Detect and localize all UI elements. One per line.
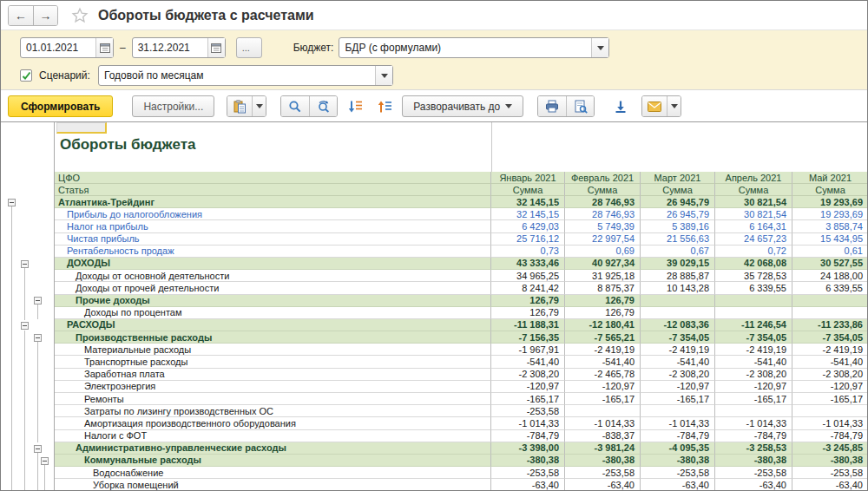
value-cell[interactable]: 32 145,15 xyxy=(491,196,565,208)
collapse-expander[interactable] xyxy=(41,457,49,465)
header-cell-article[interactable]: Статья xyxy=(55,184,491,196)
value-cell[interactable] xyxy=(715,307,792,319)
collapse-expander[interactable] xyxy=(8,199,16,206)
value-cell[interactable]: -7 354,05 xyxy=(792,331,868,344)
value-cell[interactable]: 28 746,93 xyxy=(565,196,641,208)
value-cell[interactable]: 35 728,53 xyxy=(715,270,792,282)
row-label[interactable]: Материальные расходы xyxy=(55,344,491,356)
value-cell[interactable]: -541,40 xyxy=(491,356,565,368)
budget-select[interactable]: БДР (с формулами) xyxy=(339,37,609,58)
row-label[interactable]: Доходы по процентам xyxy=(55,307,491,319)
header-cell-sum[interactable]: Сумма xyxy=(491,184,565,196)
value-cell[interactable]: 30 527,55 xyxy=(792,258,868,270)
value-cell[interactable]: -380,38 xyxy=(491,455,565,467)
row-label[interactable]: Рентабельность продаж xyxy=(55,245,491,258)
value-cell[interactable] xyxy=(792,405,868,417)
value-cell[interactable] xyxy=(792,295,868,307)
value-cell[interactable]: -784,79 xyxy=(715,430,792,442)
value-cell[interactable]: -380,38 xyxy=(641,455,715,467)
value-cell[interactable]: 126,79 xyxy=(491,307,565,319)
scenario-select[interactable]: Годовой по месяцам xyxy=(98,65,393,86)
value-cell[interactable]: 126,79 xyxy=(565,295,641,307)
value-cell[interactable]: -11 246,54 xyxy=(715,319,792,331)
header-cell-cfo[interactable]: ЦФО xyxy=(55,172,491,184)
value-cell[interactable]: 26 945,79 xyxy=(641,208,715,220)
value-cell[interactable]: -3 245,85 xyxy=(792,442,868,455)
value-cell[interactable]: -63,40 xyxy=(792,479,868,491)
value-cell[interactable]: 21 556,63 xyxy=(641,233,715,245)
value-cell[interactable]: -2 308,20 xyxy=(715,369,792,381)
scenario-value[interactable]: Годовой по месяцам xyxy=(99,69,375,82)
copy-dropdown-button[interactable] xyxy=(252,96,266,116)
value-cell[interactable]: -253,58 xyxy=(792,467,868,479)
row-label[interactable]: Атлантика-Трейдинг xyxy=(55,196,491,208)
row-label[interactable]: Транспортные расходы xyxy=(55,356,491,368)
collapse-groups-button[interactable] xyxy=(372,95,397,117)
value-cell[interactable]: -380,38 xyxy=(792,455,868,467)
value-cell[interactable]: -253,58 xyxy=(715,467,792,479)
collapse-expander[interactable] xyxy=(34,445,42,453)
value-cell[interactable]: 10 143,28 xyxy=(641,282,715,294)
value-cell[interactable]: -7 156,35 xyxy=(491,331,565,344)
value-cell[interactable]: 0,67 xyxy=(641,245,715,258)
mail-dropdown-button[interactable] xyxy=(667,96,681,116)
header-cell-sum[interactable]: Сумма xyxy=(715,184,792,196)
value-cell[interactable]: 8 241,42 xyxy=(491,282,565,294)
row-label[interactable]: Ремонты xyxy=(55,393,491,405)
period-more-button[interactable]: ... xyxy=(236,37,262,58)
value-cell[interactable]: -253,58 xyxy=(491,405,565,417)
value-cell[interactable]: -11 188,31 xyxy=(491,319,565,331)
value-cell[interactable]: 28 746,93 xyxy=(565,208,641,220)
value-cell[interactable]: -2 419,19 xyxy=(715,344,792,356)
value-cell[interactable] xyxy=(641,295,715,307)
header-cell-month[interactable]: Март 2021 xyxy=(641,172,715,184)
value-cell[interactable]: 5 389,16 xyxy=(641,220,715,232)
value-cell[interactable]: -541,40 xyxy=(715,356,792,368)
value-cell[interactable]: 15 434,95 xyxy=(792,233,868,245)
date-from-picker-button[interactable] xyxy=(95,38,113,57)
value-cell[interactable]: -165,17 xyxy=(491,393,565,405)
value-cell[interactable]: -120,97 xyxy=(715,381,792,393)
value-cell[interactable]: -253,58 xyxy=(491,467,565,479)
row-label[interactable]: Налоги с ФОТ xyxy=(55,430,491,442)
expand-to-button[interactable]: Разворачивать до xyxy=(402,95,523,117)
value-cell[interactable]: -784,79 xyxy=(491,430,565,442)
save-button[interactable] xyxy=(608,95,633,117)
row-label[interactable]: Производственные расходы xyxy=(55,331,491,344)
expand-groups-button[interactable] xyxy=(343,95,367,117)
value-cell[interactable]: 19 293,69 xyxy=(792,208,868,220)
row-label[interactable]: Заработная плата xyxy=(55,369,491,381)
value-cell[interactable]: -541,40 xyxy=(565,356,641,368)
collapse-expander[interactable] xyxy=(34,334,42,342)
value-cell[interactable]: -165,17 xyxy=(715,393,792,405)
row-label[interactable]: Доходы от основной деятельности xyxy=(55,270,491,282)
value-cell[interactable]: -3 981,24 xyxy=(565,442,641,455)
value-cell[interactable]: -165,17 xyxy=(792,393,868,405)
value-cell[interactable]: -2 308,20 xyxy=(491,369,565,381)
row-label[interactable]: РАСХОДЫ xyxy=(55,319,491,331)
value-cell[interactable]: -63,40 xyxy=(565,479,641,491)
value-cell[interactable]: 19 293,69 xyxy=(792,196,868,208)
value-cell[interactable]: 0,73 xyxy=(491,245,565,258)
budget-value[interactable]: БДР (с формулами) xyxy=(339,42,591,54)
value-cell[interactable]: -165,17 xyxy=(641,393,715,405)
header-cell-month[interactable]: Февраль 2021 xyxy=(565,172,641,184)
header-cell-month[interactable]: Май 2021 xyxy=(792,172,868,184)
value-cell[interactable]: -165,17 xyxy=(565,393,641,405)
collapse-expander[interactable] xyxy=(34,297,42,304)
value-cell[interactable] xyxy=(565,405,641,417)
value-cell[interactable] xyxy=(715,405,792,417)
value-cell[interactable]: -253,58 xyxy=(565,467,641,479)
row-label[interactable]: Водоснабжение xyxy=(55,467,491,479)
value-cell[interactable]: -3 258,53 xyxy=(715,442,792,455)
value-cell[interactable]: -253,58 xyxy=(641,467,715,479)
value-cell[interactable]: 126,79 xyxy=(491,295,565,307)
value-cell[interactable]: 42 068,08 xyxy=(715,258,792,270)
preview-button[interactable] xyxy=(566,96,594,116)
date-to-field[interactable]: 31.12.2021 xyxy=(132,37,226,58)
date-from-value[interactable]: 01.01.2021 xyxy=(21,42,95,54)
value-cell[interactable]: -541,40 xyxy=(641,356,715,368)
value-cell[interactable]: 43 333,46 xyxy=(491,258,565,270)
scenario-checkbox[interactable] xyxy=(20,69,32,82)
settings-button[interactable]: Настройки... xyxy=(132,95,214,117)
